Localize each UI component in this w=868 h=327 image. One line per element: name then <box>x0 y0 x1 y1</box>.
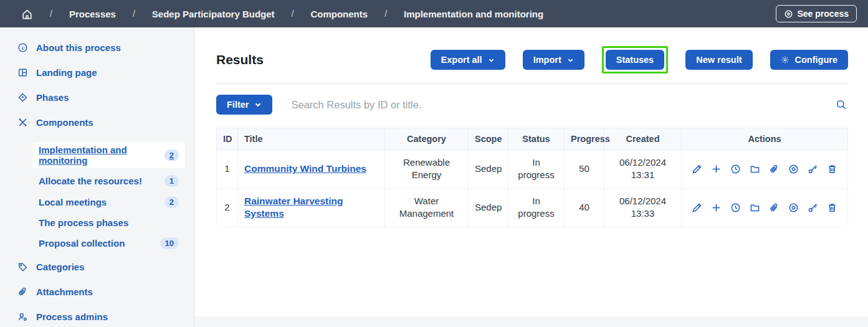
breadcrumb: / Processes / Sedep Participatory Budget… <box>21 8 543 20</box>
col-header-category: Category <box>385 128 469 150</box>
export-all-button[interactable]: Export all <box>431 50 505 70</box>
sidebar-item-process-admins[interactable]: Process admins <box>17 311 185 322</box>
new-result-button[interactable]: New result <box>685 50 752 70</box>
search-icon[interactable] <box>834 98 848 111</box>
chevron-down-icon <box>254 101 262 108</box>
filter-label: Filter <box>227 100 249 110</box>
col-header-scope: Scope <box>469 128 508 150</box>
permissions-key-icon[interactable] <box>808 202 818 213</box>
tag-icon <box>17 262 28 272</box>
home-icon[interactable] <box>21 8 33 20</box>
count-badge: 1 <box>165 175 179 187</box>
result-title-link[interactable]: Rainwater Harvesting Systems <box>244 196 343 219</box>
sidebar-item-the-process-phases[interactable]: The process phases <box>32 215 185 230</box>
sidebar-item-categories[interactable]: Categories <box>17 262 185 272</box>
sidebar-item-label: Proposal collection <box>39 238 125 249</box>
attachments-paperclip-icon[interactable] <box>769 164 780 174</box>
user-settings-icon <box>17 311 28 322</box>
configure-button[interactable]: Configure <box>770 50 848 70</box>
cell-scope: Sedep <box>469 188 508 227</box>
configure-label: Configure <box>795 55 837 65</box>
result-title-link[interactable]: Community Wind Turbines <box>244 163 366 174</box>
sidebar-item-allocate-the-resources[interactable]: Allocate the resources! 1 <box>32 173 185 189</box>
preview-eye-icon[interactable] <box>788 164 799 174</box>
topbar: / Processes / Sedep Participatory Budget… <box>0 0 868 27</box>
breadcrumb-separator: / <box>292 9 294 19</box>
sidebar-item-label: Phases <box>36 92 69 103</box>
sidebar-item-components[interactable]: Components <box>17 117 185 128</box>
import-button[interactable]: Import <box>523 50 584 70</box>
header-divider <box>216 83 848 84</box>
sidebar-item-label: Landing page <box>36 67 97 78</box>
folder-icon[interactable] <box>750 164 760 174</box>
cell-progress: 40 <box>565 188 604 227</box>
sidebar-item-label: About this process <box>36 42 121 53</box>
tools-icon <box>17 117 28 128</box>
sidebar-item-landing-page[interactable]: Landing page <box>17 67 185 78</box>
sidebar-item-label: Categories <box>36 262 85 272</box>
cell-id: 1 <box>217 150 238 189</box>
new-result-label: New result <box>696 55 742 65</box>
col-header-created: Created <box>604 128 682 150</box>
timeline-clock-icon[interactable] <box>730 164 741 174</box>
cell-scope: Sedep <box>469 150 508 189</box>
sidebar-item-attachments[interactable]: Attachments <box>17 287 185 297</box>
add-plus-icon[interactable] <box>711 202 722 213</box>
chevron-down-icon <box>567 57 574 64</box>
sidebar-item-local-meetings[interactable]: Local meetings 2 <box>32 194 185 211</box>
see-process-button[interactable]: See process <box>776 5 857 22</box>
sidebar-item-about-this-process[interactable]: About this process <box>17 42 185 53</box>
permissions-key-icon[interactable] <box>808 164 818 174</box>
col-header-status: Status <box>508 128 565 150</box>
col-header-title: Title <box>238 128 385 150</box>
breadcrumb-separator: / <box>133 9 135 19</box>
breadcrumb-separator: / <box>50 9 52 19</box>
cell-category: Water Management <box>385 188 469 227</box>
page-title: Results <box>216 52 264 67</box>
table-row: 2 Rainwater Harvesting Systems Water Man… <box>217 188 848 227</box>
add-plus-icon[interactable] <box>711 164 722 174</box>
toolbar: Export all Import Statuses <box>431 46 848 73</box>
breadcrumb-separator: / <box>384 9 387 19</box>
sidebar-item-label: Implementation and monitoring <box>39 145 165 166</box>
breadcrumb-processes[interactable]: Processes <box>69 9 116 19</box>
attachments-paperclip-icon[interactable] <box>769 202 780 213</box>
breadcrumb-process-name[interactable]: Sedep Participatory Budget <box>152 9 275 19</box>
edit-pencil-icon[interactable] <box>692 202 702 213</box>
preview-eye-icon[interactable] <box>788 202 799 213</box>
cell-created: 06/12/2024 13:33 <box>604 188 682 227</box>
cell-status: In progress <box>508 150 565 189</box>
timeline-clock-icon[interactable] <box>730 202 741 213</box>
gear-icon <box>781 55 789 64</box>
delete-trash-icon[interactable] <box>827 202 837 213</box>
eye-target-icon <box>784 9 793 19</box>
filter-button[interactable]: Filter <box>216 95 272 115</box>
main-content: Results Export all Import Statuses <box>194 27 868 316</box>
sidebar-item-label: Process admins <box>36 311 108 322</box>
import-label: Import <box>533 55 561 65</box>
col-header-id: ID <box>217 128 238 150</box>
cell-progress: 50 <box>565 150 604 189</box>
sidebar-item-implementation-and-monitoring[interactable]: Implementation and monitoring 2 <box>32 142 185 168</box>
sidebar-item-phases[interactable]: Phases <box>17 92 185 103</box>
cell-created: 06/12/2024 13:31 <box>604 150 682 189</box>
search-input[interactable] <box>291 99 816 111</box>
count-badge: 10 <box>160 237 179 249</box>
export-all-label: Export all <box>441 55 482 65</box>
count-badge: 2 <box>165 196 179 208</box>
layout-icon <box>17 67 28 78</box>
edit-pencil-icon[interactable] <box>692 164 702 174</box>
statuses-button[interactable]: Statuses <box>606 50 664 70</box>
delete-trash-icon[interactable] <box>827 164 837 174</box>
breadcrumb-current-component[interactable]: Implementation and monitoring <box>404 9 543 19</box>
folder-icon[interactable] <box>750 202 760 213</box>
sidebar-item-label: Allocate the resources! <box>39 176 142 186</box>
sidebar-item-proposal-collection[interactable]: Proposal collection 10 <box>32 235 185 252</box>
count-badge: 2 <box>165 149 179 161</box>
breadcrumb-components[interactable]: Components <box>310 9 368 19</box>
see-process-label: See process <box>798 9 849 19</box>
cell-category: Renewable Energy <box>385 150 469 189</box>
sidebar-item-label: Attachments <box>36 287 93 297</box>
paperclip-icon <box>17 287 28 297</box>
chevron-down-icon <box>488 57 495 64</box>
